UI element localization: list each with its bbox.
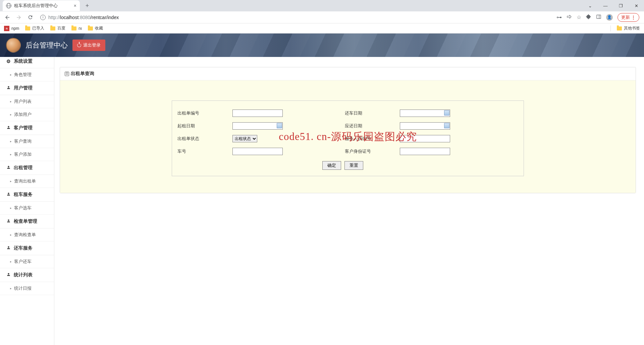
submit-button[interactable]: 确定 <box>322 161 341 170</box>
npm-icon: n <box>4 26 9 31</box>
caret-icon: ▸ <box>10 180 12 183</box>
calendar-icon[interactable] <box>444 123 449 128</box>
gear-icon: ⚙ <box>6 59 11 64</box>
reset-button[interactable]: 重置 <box>344 161 363 170</box>
menu-group-header[interactable]: 租车服务 <box>0 188 54 202</box>
caret-icon: ▸ <box>10 73 12 76</box>
folder-icon <box>617 26 622 30</box>
menu-item-label: 查询出租单 <box>14 178 36 184</box>
menu-item[interactable]: ▸客户添加 <box>0 148 54 161</box>
menu-item[interactable]: ▸客户选车 <box>0 202 54 215</box>
close-window-button[interactable]: ✕ <box>629 0 644 11</box>
calendar-icon[interactable] <box>444 110 449 116</box>
toolbar-right: ⊶ ☆ 👤 更新⋮ <box>556 13 641 22</box>
close-tab-icon[interactable]: × <box>74 3 76 8</box>
input-due-date[interactable] <box>400 122 450 130</box>
bookmark-fav[interactable]: 收藏 <box>88 25 103 31</box>
divider <box>610 25 611 31</box>
input-start-date[interactable] <box>232 122 283 130</box>
menu-group-title: 出租管理 <box>14 165 33 171</box>
menu-item[interactable]: ▸客户还车 <box>0 255 54 268</box>
input-car-no[interactable] <box>232 148 283 155</box>
caret-icon: ▸ <box>10 260 12 263</box>
url-box[interactable]: i http://localhost:8080/rentcar/index <box>37 13 554 22</box>
menu-group-title: 系统设置 <box>14 58 33 64</box>
menu-group-header[interactable]: ⚙系统设置 <box>0 57 54 68</box>
label-start-date: 起租日期 <box>175 123 232 129</box>
menu-item[interactable]: ▸用户列表 <box>0 95 54 108</box>
menu-group-title: 还车服务 <box>14 245 33 251</box>
input-return-date[interactable] <box>400 110 450 117</box>
arrow-left-icon <box>4 14 10 20</box>
menu-item[interactable]: ▸统计日报 <box>0 282 54 295</box>
arrow-right-icon <box>16 14 22 20</box>
new-tab-button[interactable]: + <box>83 1 92 10</box>
menu-group-title: 用户管理 <box>14 85 33 91</box>
menu-group-header[interactable]: 出租管理 <box>0 161 54 175</box>
menu-group-header[interactable]: 客户管理 <box>0 121 54 135</box>
bookmark-rx[interactable]: rx <box>71 26 82 31</box>
menu-item-label: 用户列表 <box>14 98 32 105</box>
profile-icon[interactable]: 👤 <box>606 14 613 21</box>
back-button[interactable] <box>3 13 12 22</box>
panel-header: 出租单查询 <box>60 67 636 80</box>
chevron-down-icon[interactable]: ⌄ <box>582 0 598 11</box>
menu-item[interactable]: ▸添加用户 <box>0 108 54 121</box>
menu-item-label: 角色管理 <box>14 72 32 78</box>
maximize-button[interactable]: ❐ <box>613 0 629 11</box>
logout-button[interactable]: 退出登录 <box>72 40 105 51</box>
bookmark-other[interactable]: 其他书签 <box>617 25 640 31</box>
tab-title: 租车系统后台管理中心 <box>14 3 58 9</box>
reload-button[interactable] <box>25 13 35 22</box>
sidebar: ⚙系统设置▸角色管理用户管理▸用户列表▸添加用户客户管理▸客户查询▸客户添加出租… <box>0 57 54 345</box>
minimize-button[interactable]: — <box>598 0 613 11</box>
menu-group-header[interactable]: 统计列表 <box>0 268 54 282</box>
menu-group-header[interactable]: 用户管理 <box>0 81 54 95</box>
menu-item[interactable]: ▸角色管理 <box>0 68 54 81</box>
bookmark-npm[interactable]: nnpm <box>4 26 19 31</box>
folder-icon <box>71 26 76 30</box>
user-icon <box>6 219 11 224</box>
folder-icon <box>50 26 55 30</box>
search-panel: 出租单查询 出租单编号 还车日期 <box>60 67 636 193</box>
menu-group-header[interactable]: 检查单管理 <box>0 215 54 228</box>
caret-icon: ▸ <box>10 153 12 156</box>
extensions-icon[interactable] <box>586 14 591 21</box>
browser-tab[interactable]: 租车系统后台管理中心 × <box>3 0 80 11</box>
key-icon[interactable]: ⊶ <box>556 14 562 20</box>
site-info-icon[interactable]: i <box>40 15 46 20</box>
menu-item-label: 客户添加 <box>14 151 32 157</box>
input-staff-no[interactable] <box>400 135 450 142</box>
folder-icon <box>88 26 93 30</box>
content: 出租单查询 出租单编号 还车日期 <box>54 57 644 345</box>
app-header: 后台管理中心 退出登录 <box>0 33 644 57</box>
input-customer-id[interactable] <box>400 148 450 155</box>
address-bar: i http://localhost:8080/rentcar/index ⊶ … <box>0 11 644 23</box>
label-return-date: 还车日期 <box>343 110 400 116</box>
star-icon[interactable]: ☆ <box>577 14 581 20</box>
tab-bar: 租车系统后台管理中心 × + ⌄ — ❐ ✕ <box>0 0 644 11</box>
calendar-icon[interactable] <box>277 123 282 128</box>
input-rental-no[interactable] <box>232 110 283 117</box>
panel-title: 出租单查询 <box>71 71 94 77</box>
menu-item[interactable]: ▸查询出租单 <box>0 175 54 188</box>
label-car-no: 车号 <box>175 148 232 154</box>
layout: ⚙系统设置▸角色管理用户管理▸用户列表▸添加用户客户管理▸客户查询▸客户添加出租… <box>0 57 644 345</box>
avatar[interactable] <box>6 38 21 53</box>
forward-button[interactable] <box>14 13 23 22</box>
menu-item[interactable]: ▸查询检查单 <box>0 228 54 242</box>
panel-icon[interactable] <box>596 14 601 21</box>
menu-group-title: 统计列表 <box>14 272 33 278</box>
app-title: 后台管理中心 <box>25 41 68 50</box>
label-customer-id: 客户身份证号 <box>343 148 400 154</box>
update-button[interactable]: 更新⋮ <box>618 13 639 22</box>
power-icon <box>77 43 81 47</box>
select-status[interactable]: 出租状态 <box>232 135 257 142</box>
caret-icon: ▸ <box>10 140 12 143</box>
menu-group-header[interactable]: 还车服务 <box>0 242 54 255</box>
bookmark-imported[interactable]: 已导入 <box>25 25 44 31</box>
bookmark-baidu[interactable]: 百度 <box>50 25 65 31</box>
bookmarks-bar: nnpm 已导入 百度 rx 收藏 其他书签 <box>0 23 644 33</box>
menu-item[interactable]: ▸客户查询 <box>0 135 54 148</box>
share-icon[interactable] <box>567 14 572 21</box>
